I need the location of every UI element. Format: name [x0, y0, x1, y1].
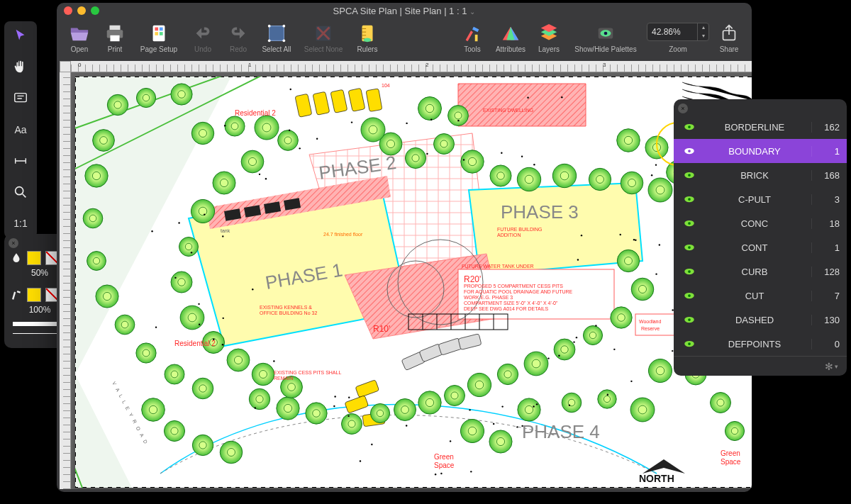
pan-tool[interactable]	[9, 57, 33, 78]
layer-row[interactable]: BOUNDARY1	[674, 139, 847, 163]
svg-text:Green: Green	[721, 449, 740, 457]
layer-row[interactable]: C-PULT3	[674, 187, 847, 211]
layer-name: BRICK	[698, 170, 811, 181]
svg-point-231	[255, 407, 256, 408]
layer-visibility-icon[interactable]	[681, 169, 698, 181]
redo-button[interactable]: Redo	[223, 20, 254, 55]
layer-row[interactable]: CURB128	[674, 259, 847, 284]
svg-point-266	[273, 360, 274, 362]
rulers-button[interactable]: Rulers	[352, 20, 383, 55]
zoom-tool[interactable]	[9, 181, 33, 203]
svg-point-233	[659, 244, 660, 245]
zoom-input[interactable]	[647, 27, 697, 37]
svg-point-216	[576, 337, 577, 338]
toolbar: Open Print Page Setup Undo Redo Select A…	[57, 18, 752, 61]
svg-rect-51	[345, 396, 369, 413]
svg-point-123	[461, 150, 484, 173]
layers-settings-button[interactable]: ✻ ▾	[674, 356, 847, 376]
print-button[interactable]: Print	[99, 20, 130, 55]
svg-point-195	[227, 349, 250, 371]
svg-point-287	[334, 396, 335, 397]
drawing-page[interactable]: PHASE 1 PHASE 2 PHASE 3 PHASE 4 Resident…	[75, 77, 752, 488]
attributes-button[interactable]: Attributes	[492, 20, 529, 55]
minimize-window-button[interactable]	[77, 6, 86, 15]
palettes-button[interactable]: Show/Hide Palettes	[569, 20, 643, 55]
svg-point-11	[268, 25, 271, 28]
zoom-stepper[interactable]: ▴▾	[697, 23, 708, 40]
close-window-button[interactable]	[64, 6, 72, 15]
select-all-button[interactable]: Select All	[258, 20, 295, 55]
svg-point-220	[536, 403, 538, 405]
svg-point-254	[595, 325, 596, 326]
undo-button[interactable]: Undo	[187, 20, 218, 55]
palette-close-icon[interactable]: ×	[9, 238, 18, 248]
svg-point-127	[517, 167, 540, 191]
measure-tool[interactable]	[9, 150, 33, 172]
layer-visibility-icon[interactable]	[681, 121, 698, 133]
svg-point-203	[562, 393, 582, 413]
layer-row[interactable]: DEFPOINTS0	[674, 332, 847, 356]
layer-name: BORDERLINE	[698, 122, 811, 133]
svg-point-286	[533, 164, 535, 165]
eye-palette-icon	[593, 21, 618, 45]
page-setup-icon	[146, 21, 172, 45]
layer-row[interactable]: CONT1	[674, 235, 847, 259]
svg-point-103	[179, 237, 199, 257]
fill-color-swatch[interactable]	[27, 251, 41, 265]
select-none-button[interactable]: Select None	[299, 20, 347, 55]
svg-point-273	[199, 323, 200, 325]
svg-text:24.7 finished floor: 24.7 finished floor	[323, 232, 363, 237]
open-button[interactable]: Open	[64, 20, 95, 55]
comment-tool[interactable]	[9, 88, 33, 109]
layer-row[interactable]: CUT7	[674, 284, 847, 308]
svg-point-258	[351, 121, 352, 123]
svg-point-215	[151, 230, 152, 232]
layer-visibility-icon[interactable]	[681, 145, 698, 157]
layer-name: CUT	[698, 291, 811, 301]
svg-point-217	[547, 357, 549, 359]
layer-visibility-icon[interactable]	[681, 217, 698, 230]
zoom-window-button[interactable]	[91, 6, 99, 15]
stroke-color-swatch[interactable]	[27, 288, 41, 302]
layer-row[interactable]: BORDERLINE162	[674, 115, 847, 139]
horizontal-ruler[interactable]: 0123	[71, 61, 752, 72]
layer-visibility-icon[interactable]	[681, 289, 698, 302]
canvas[interactable]: PHASE 1 PHASE 2 PHASE 3 PHASE 4 Resident…	[71, 72, 752, 489]
layer-row[interactable]: CONC18	[674, 211, 847, 235]
svg-point-269	[360, 460, 361, 461]
vertical-ruler[interactable]	[60, 72, 71, 489]
tools-button[interactable]: Tools	[457, 20, 488, 55]
layer-row[interactable]: DASHED130	[674, 308, 847, 332]
svg-point-89	[191, 122, 213, 144]
svg-marker-38	[469, 183, 643, 275]
layer-visibility-icon[interactable]	[681, 265, 698, 278]
pointer-tool[interactable]	[9, 26, 33, 47]
actual-size-tool[interactable]: 1:1	[9, 213, 33, 234]
layers-button[interactable]: Layers	[533, 20, 564, 55]
svg-rect-2	[110, 26, 121, 30]
svg-text:FOR AQUATIC POOL DRAINAGE AND : FOR AQUATIC POOL DRAINAGE AND FUTURE	[464, 289, 573, 295]
svg-rect-4	[110, 35, 119, 41]
svg-point-224	[501, 152, 502, 154]
svg-point-279	[191, 252, 192, 253]
layer-visibility-icon[interactable]	[681, 337, 698, 350]
svg-text:WORK E.G. PHASE 3: WORK E.G. PHASE 3	[464, 295, 513, 300]
svg-point-61	[171, 84, 192, 105]
window-title[interactable]: SPCA Site Plan | Site Plan | 1 : 1⌄	[99, 6, 709, 16]
svg-point-226	[406, 425, 407, 426]
text-tool[interactable]: Aa	[9, 119, 33, 140]
layer-visibility-icon[interactable]	[681, 313, 698, 326]
svg-point-14	[282, 39, 285, 42]
palette-close-icon[interactable]: ×	[678, 103, 688, 113]
svg-point-235	[430, 119, 432, 121]
layer-visibility-icon[interactable]	[681, 241, 698, 254]
svg-point-73	[115, 315, 135, 335]
layer-visibility-icon[interactable]	[681, 193, 698, 206]
svg-point-135	[648, 178, 672, 202]
svg-point-246	[521, 156, 523, 157]
layer-row[interactable]: BRICK168	[674, 163, 847, 187]
ruler-origin[interactable]	[60, 61, 71, 72]
share-button[interactable]: Share	[713, 20, 745, 55]
svg-text:Space: Space	[721, 458, 741, 466]
page-setup-button[interactable]: Page Setup	[135, 20, 183, 55]
